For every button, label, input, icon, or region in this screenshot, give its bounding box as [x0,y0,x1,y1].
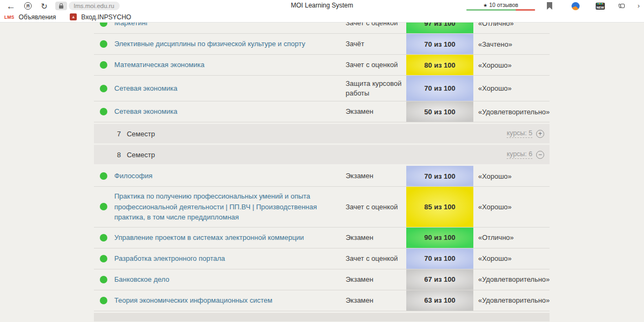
refresh-button[interactable]: ↻ [41,2,48,10]
score-cell: 67 из 100 [406,269,473,290]
grade-text: «Хорошо» [473,55,550,75]
expand-toggle-icon[interactable]: + [536,130,544,138]
confetti-decoration [597,3,603,4]
star-icon: ★ [483,3,487,8]
browser-profile-icon[interactable]: Я [24,2,32,10]
course-name-link[interactable]: Сетевая экономика [114,76,346,101]
course-name-link[interactable]: Практика по получению профессиональных у… [114,187,346,227]
bookmark-item-announcements[interactable]: LMS Объявления [4,13,56,21]
exam-type-text: Экзамен [346,269,406,290]
exam-type-text: Зачёт [346,34,406,54]
score-cell: 50 из 100 [406,101,473,122]
rating-bar-negative [516,9,535,11]
course-row: Философия Экзамен 70 из 100 «Хорошо» [94,166,550,187]
score-cell: 80 из 100 [406,55,473,75]
extension-icon[interactable] [572,2,580,10]
bookmark-label: Объявления [19,13,56,21]
status-dot-icon [100,297,107,304]
cutoff-toolbar-icon[interactable]: › [638,2,641,10]
site-security-button[interactable] [55,2,67,10]
back-button[interactable]: ← [6,2,16,11]
grade-text: «Отлично» [473,23,550,33]
course-row: Маркетинг Зачет с оценкой 97 из 100 «Отл… [94,23,550,34]
exam-type-text: Зачет с оценкой [346,23,406,33]
address-bar[interactable]: lms.moi.edu.ru [69,2,120,10]
exam-type-text: Зачет с оценкой [346,248,406,269]
exam-type-text: Защита курсовой работы [346,76,406,101]
course-row: Банковское дело Экзамен 67 из 100 «Удовл… [94,269,550,290]
score-cell: 70 из 100 [406,166,473,186]
grades-table: Маркетинг Зачет с оценкой 97 из 100 «Отл… [94,23,550,321]
course-row: Сетевая экономика Экзамен 50 из 100 «Удо… [94,101,550,122]
status-cell [94,23,114,33]
score-cell: 70 из 100 [406,76,473,101]
course-name-link[interactable]: Сетевая экономика [114,101,346,122]
score-cell: 70 из 100 [406,248,473,269]
exam-type-text: Зачет с оценкой [346,55,406,75]
rating-bar-positive [466,9,516,11]
course-name-link[interactable]: Элективные дисциплины по физической куль… [114,34,346,54]
browser-window: ← Я ↻ lms.moi.edu.ru MOI Learning System… [0,0,644,322]
score-cell: 63 из 100 [406,290,473,311]
grade-text: «Хорошо» [473,187,550,227]
bookmark-label: Вход.INPSYCHO [81,13,131,21]
gesture-hand-icon[interactable] [619,4,625,8]
grade-text: «Хорошо» [473,76,550,101]
course-name-link[interactable]: Теория экономических информационных сист… [114,290,346,311]
course-row: Математическая экономика Зачет с оценкой… [94,55,550,76]
page-content: Маркетинг Зачет с оценкой 97 из 100 «Отл… [0,23,644,322]
course-name-link[interactable]: Философия [114,166,346,186]
grade-text: «Хорошо» [473,166,550,186]
semester-label: Семестр [127,151,155,159]
lock-icon-body [59,5,63,9]
status-cell [94,101,114,122]
semester-controls: курсы: 5 + [507,129,544,138]
bookmarks-bar: LMS Объявления ▲ Вход.INPSYCHO [0,12,644,23]
status-cell [94,76,114,101]
status-cell [94,248,114,269]
courses-count-link[interactable]: курсы: 5 [507,129,532,138]
status-cell [94,187,114,227]
course-name-link[interactable]: Математическая экономика [114,55,346,75]
site-favicon: ▲ [70,13,77,20]
status-cell [94,290,114,311]
status-dot-icon [100,108,107,115]
score-cell: 70 из 100 [406,34,473,54]
expand-toggle-icon[interactable]: − [536,151,544,159]
semester-number: 8 [117,151,121,159]
status-dot-icon [100,23,107,27]
status-dot-icon [100,276,107,283]
grade-text: «Удовлетворительно» [473,101,550,122]
status-cell [94,269,114,290]
status-cell [94,166,114,186]
semester-row: 7 Семестр курсы: 5 + [94,124,550,143]
semester-row: 8 Семестр курсы: 6 − [94,145,550,164]
exam-type-text: Экзамен [346,228,406,248]
course-name-link[interactable]: Банковское дело [114,269,346,290]
status-cell [94,228,114,248]
status-dot-icon [100,61,107,69]
grade-text: «Зачтено» [473,34,550,54]
grade-text: «Отлично» [473,228,550,248]
grade-text: «Хорошо» [473,248,550,269]
course-name-link[interactable]: Маркетинг [114,23,346,33]
site-reviews-widget[interactable]: ★10 отзывов [466,2,535,11]
bookmark-ribbon-icon[interactable] [547,2,552,10]
course-name-link[interactable]: Разработка электронного портала [114,248,346,269]
rating-bar [466,9,535,11]
exam-type-text: Экзамен [346,290,406,311]
status-dot-icon [100,234,107,241]
status-dot-icon [100,203,107,210]
bookmark-item-login[interactable]: ▲ Вход.INPSYCHO [70,13,131,21]
exam-type-text: Экзамен [346,101,406,122]
semester-controls: курсы: 6 − [507,150,544,159]
course-name-link[interactable]: Управление проектом в системах электронн… [114,228,346,248]
courses-count-link[interactable]: курсы: 6 [507,150,532,159]
status-cell [94,34,114,54]
course-row: Сетевая экономика Защита курсовой работы… [94,76,550,101]
status-dot-icon [100,255,107,262]
toolbar-right-cluster: ★10 отзывов NEW › [466,0,641,12]
new-features-icon[interactable]: NEW [596,3,605,10]
page-title: MOI Learning System [291,2,353,9]
score-cell: 85 из 100 [406,187,473,227]
